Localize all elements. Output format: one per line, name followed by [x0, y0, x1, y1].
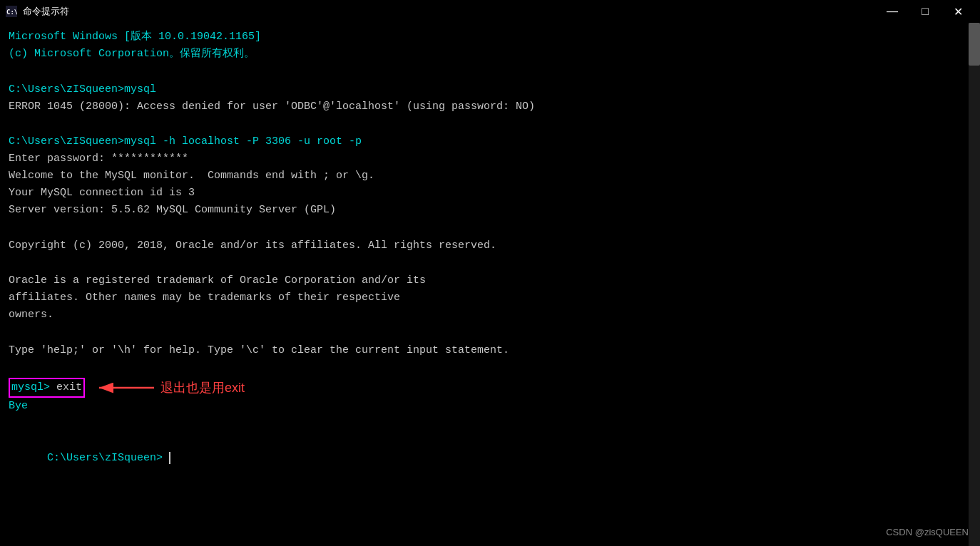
- close-button[interactable]: ✕: [941, 0, 974, 23]
- minimize-button[interactable]: —: [876, 0, 909, 23]
- conn-id-line: Your MySQL connection id is 3: [9, 185, 971, 202]
- oracle3-line: owners.: [9, 307, 971, 324]
- arrow-icon: [93, 378, 158, 398]
- exit-box: mysql> exit: [9, 378, 85, 398]
- watermark: CSDN @zisQUEEN: [886, 527, 969, 537]
- oracle2-line: affiliates. Other names may be trademark…: [9, 289, 971, 307]
- enter-pw-line: Enter password: ************: [9, 150, 971, 168]
- title-bar-icon: C:\: [6, 6, 17, 17]
- empty-line-7: [9, 415, 971, 433]
- final-prompt-text: C:\Users\zISqueen>: [47, 452, 163, 464]
- empty-line-4: [9, 254, 971, 273]
- exit-command: exit: [56, 381, 82, 393]
- error-line: ERROR 1045 (28000): Access denied for us…: [9, 98, 971, 115]
- svg-text:C:\: C:\: [6, 9, 17, 16]
- empty-line-2: [9, 115, 971, 134]
- scrollbar-track[interactable]: [969, 23, 980, 546]
- welcome-line: Welcome to the MySQL monitor. Commands e…: [9, 168, 971, 185]
- win-version-line: Microsoft Windows [版本 10.0.19042.1165]: [9, 29, 971, 46]
- title-bar-title: 命令提示符: [23, 5, 876, 18]
- cmd2-line: C:\Users\zISqueen>mysql -h localhost -P …: [9, 133, 971, 150]
- exit-annotation: 退出也是用exit: [93, 378, 245, 398]
- empty-line-5: [9, 324, 971, 342]
- mysql-prompt: mysql>: [11, 381, 56, 393]
- annotation-text: 退出也是用exit: [160, 379, 245, 396]
- title-bar: C:\ 命令提示符 — □ ✕: [0, 0, 980, 23]
- cursor: [163, 452, 170, 464]
- ms-copyright-line: (c) Microsoft Corporation。保留所有权利。: [9, 46, 971, 63]
- terminal-window: C:\ 命令提示符 — □ ✕ Microsoft Windows [版本 10…: [0, 0, 980, 546]
- help-hint-line: Type 'help;' or '\h' for help. Type '\c'…: [9, 342, 971, 359]
- empty-line-1: [9, 63, 971, 81]
- terminal-content: Microsoft Windows [版本 10.0.19042.1165] (…: [0, 23, 980, 546]
- copyright-line: Copyright (c) 2000, 2018, Oracle and/or …: [9, 237, 971, 254]
- oracle1-line: Oracle is a registered trademark of Orac…: [9, 272, 971, 289]
- empty-line-3: [9, 219, 971, 237]
- final-prompt-line: C:\Users\zISqueen>: [9, 433, 971, 484]
- empty-line-6: [9, 359, 971, 378]
- scrollbar-thumb[interactable]: [969, 23, 980, 66]
- server-ver-line: Server version: 5.5.62 MySQL Community S…: [9, 202, 971, 219]
- cmd1-line: C:\Users\zISqueen>mysql: [9, 81, 971, 98]
- maximize-button[interactable]: □: [909, 0, 941, 23]
- bye-line: Bye: [9, 398, 971, 415]
- exit-annotation-container: mysql> exit 退出也是用exit: [9, 378, 971, 398]
- title-bar-controls: — □ ✕: [876, 0, 974, 23]
